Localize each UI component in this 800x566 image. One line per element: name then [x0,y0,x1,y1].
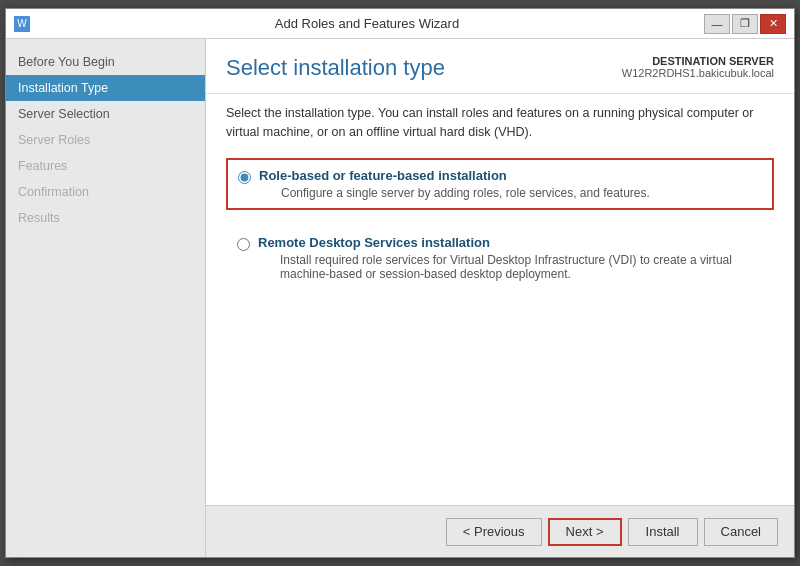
main-content: Select installation type DESTINATION SER… [206,39,794,505]
sidebar-item-server-roles: Server Roles [6,127,205,153]
restore-button[interactable]: ❐ [732,14,758,34]
destination-server-info: DESTINATION SERVER W12R2RDHS1.bakicubuk.… [622,55,774,79]
sidebar-item-server-selection[interactable]: Server Selection [6,101,205,127]
previous-button[interactable]: < Previous [446,518,542,546]
sidebar-item-results: Results [6,205,205,231]
minimize-button[interactable]: — [704,14,730,34]
radio-remote-desktop[interactable] [237,238,250,251]
cancel-button[interactable]: Cancel [704,518,778,546]
main-wrapper: Select installation type DESTINATION SER… [206,39,794,557]
title-bar: W Add Roles and Features Wizard — ❐ ✕ [6,9,794,39]
window-controls: — ❐ ✕ [704,14,786,34]
window-icon-text: W [17,18,26,29]
sidebar-item-before-you-begin[interactable]: Before You Begin [6,49,205,75]
header-section: Select installation type DESTINATION SER… [206,39,794,94]
option-remote-desktop[interactable]: Remote Desktop Services installation Ins… [226,226,774,290]
window-icon: W [14,16,30,32]
footer: < Previous Next > Install Cancel [206,505,794,557]
options-area: Role-based or feature-based installation… [206,148,794,506]
install-button[interactable]: Install [628,518,698,546]
radio-role-based[interactable] [238,171,251,184]
option-desc-remote-desktop: Install required role services for Virtu… [280,253,763,281]
option-row-1: Role-based or feature-based installation… [238,168,762,200]
option-title-role-based: Role-based or feature-based installation [259,168,650,183]
window-title: Add Roles and Features Wizard [30,16,704,31]
next-button[interactable]: Next > [548,518,622,546]
sidebar-item-features: Features [6,153,205,179]
option-role-based[interactable]: Role-based or feature-based installation… [226,158,774,210]
sidebar-item-installation-type[interactable]: Installation Type [6,75,205,101]
option-desc-role-based: Configure a single server by adding role… [281,186,650,200]
destination-server-name: W12R2RDHS1.bakicubuk.local [622,67,774,79]
content-area: Before You Begin Installation Type Serve… [6,39,794,557]
wizard-window: W Add Roles and Features Wizard — ❐ ✕ Be… [5,8,795,558]
option-label-role-based: Role-based or feature-based installation… [259,168,650,200]
page-title: Select installation type [226,55,445,81]
option-title-remote-desktop: Remote Desktop Services installation [258,235,763,250]
description-text: Select the installation type. You can in… [206,94,794,148]
option-label-remote-desktop: Remote Desktop Services installation Ins… [258,235,763,281]
sidebar: Before You Begin Installation Type Serve… [6,39,206,557]
close-button[interactable]: ✕ [760,14,786,34]
sidebar-item-confirmation: Confirmation [6,179,205,205]
option-row-2: Remote Desktop Services installation Ins… [237,235,763,281]
destination-label: DESTINATION SERVER [622,55,774,67]
